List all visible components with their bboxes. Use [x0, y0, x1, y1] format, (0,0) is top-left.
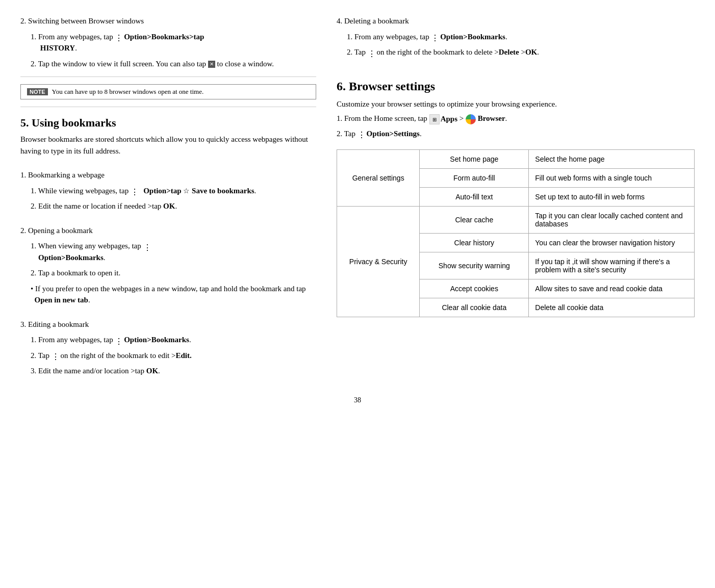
desc-autoform: Fill out web forms with a single touch — [529, 169, 695, 188]
divider-bottom — [20, 107, 316, 107]
dots-icon-4 — [115, 336, 122, 345]
feature-clearcache: Clear cache — [420, 207, 529, 234]
desc-clearcache: Tap it you can clear locally cached cont… — [529, 207, 695, 234]
desc-sethomepage: Select the home page — [529, 150, 695, 169]
opening-bullet: • If you prefer to open the webpages in … — [31, 283, 316, 306]
table-row-sethomepage: General settings Set home page Select th… — [337, 150, 695, 169]
section5-title: 5. Using bookmarks — [20, 116, 316, 130]
divider-top — [20, 76, 316, 77]
dots-icon-3 — [143, 242, 150, 251]
section6-step2: 2. Tap Option>Settings. — [337, 128, 695, 140]
switching-step1: 1. From any webpages, tap Option>Bookmar… — [31, 31, 316, 54]
editing-step3: 3. Edit the name and/or location >tap OK… — [31, 365, 316, 377]
bookmarking-step1: 1. While viewing webpages, tap Option>ta… — [31, 185, 316, 197]
opening-step2: 2. Tap a bookmark to open it. — [31, 267, 316, 279]
left-column: 2. Switching between Browser windows 1. … — [20, 15, 316, 381]
right-column: 4. Deleting a bookmark 1. From any webpa… — [337, 15, 695, 381]
deleting-step1: 1. From any webpages, tap Option>Bookmar… — [347, 31, 695, 43]
bookmarking-step2: 2. Edit the name or location if needed >… — [31, 200, 316, 212]
dots-icon-5 — [52, 351, 59, 361]
settings-table: General settings Set home page Select th… — [337, 149, 695, 317]
desc-autofilltext: Set up text to auto-fill in web forms — [529, 188, 695, 207]
dots-icon — [115, 33, 122, 42]
switching-step2: 2. Tap the window to view it full screen… — [31, 58, 316, 70]
category-general: General settings — [337, 150, 420, 207]
feature-autoform: Form auto-fill — [420, 169, 529, 188]
dots-icon-7 — [368, 48, 375, 58]
editing-title: 3. Editing a bookmark — [20, 319, 316, 330]
feature-autofilltext: Auto-fill text — [420, 188, 529, 207]
editing-step1: 1. From any webpages, tap Option>Bookmar… — [31, 334, 316, 346]
section6-intro: Customize your browser settings to optim… — [337, 98, 695, 110]
bookmarking-title: 1. Bookmarking a webpage — [20, 169, 316, 181]
apps-icon: ⊞ — [429, 114, 440, 124]
feature-acceptcookies: Accept cookies — [420, 279, 529, 298]
desc-clearallcookies: Delete all cookie data — [529, 298, 695, 317]
section5-intro: Browser bookmarks are stored shortcuts w… — [20, 134, 316, 157]
star-icon — [183, 187, 190, 195]
feature-clearhistory: Clear history — [420, 234, 529, 252]
note-box: NOTE You can have up to 8 browser window… — [20, 84, 316, 99]
browser-icon — [466, 114, 476, 124]
desc-showsecurity: If you tap it ,it will show warning if t… — [529, 252, 695, 279]
dots-icon-2 — [131, 187, 138, 196]
section6-title: 6. Browser settings — [337, 80, 695, 93]
apps-inline: ⊞ Apps — [429, 113, 457, 125]
dots-icon-6 — [431, 33, 438, 42]
dots-icon-8 — [358, 130, 365, 139]
opening-title: 2. Opening a bookmark — [20, 225, 316, 237]
feature-clearallcookies: Clear all cookie data — [420, 298, 529, 317]
feature-sethomepage: Set home page — [420, 150, 529, 169]
desc-acceptcookies: Allow sites to save and read cookie data — [529, 279, 695, 298]
desc-clearhistory: You can clear the browser navigation his… — [529, 234, 695, 252]
editing-step2: 2. Tap on the right of the bookmark to e… — [31, 350, 316, 362]
feature-showsecurity: Show security warning — [420, 252, 529, 279]
deleting-step2: 2. Tap on the right of the bookmark to d… — [347, 46, 695, 58]
opening-step1: 1. When viewing any webpages, tap Option… — [31, 240, 316, 263]
section6-step1: 1. From the Home screen, tap ⊞ Apps > Br… — [337, 113, 695, 125]
switching-title: 2. Switching between Browser windows — [20, 15, 316, 27]
x-close-icon: ✕ — [208, 61, 215, 68]
category-privacy: Privacy & Security — [337, 207, 420, 317]
table-row-clearcache: Privacy & Security Clear cache Tap it yo… — [337, 207, 695, 234]
page-number: 38 — [20, 396, 695, 404]
deleting-title: 4. Deleting a bookmark — [337, 15, 695, 27]
